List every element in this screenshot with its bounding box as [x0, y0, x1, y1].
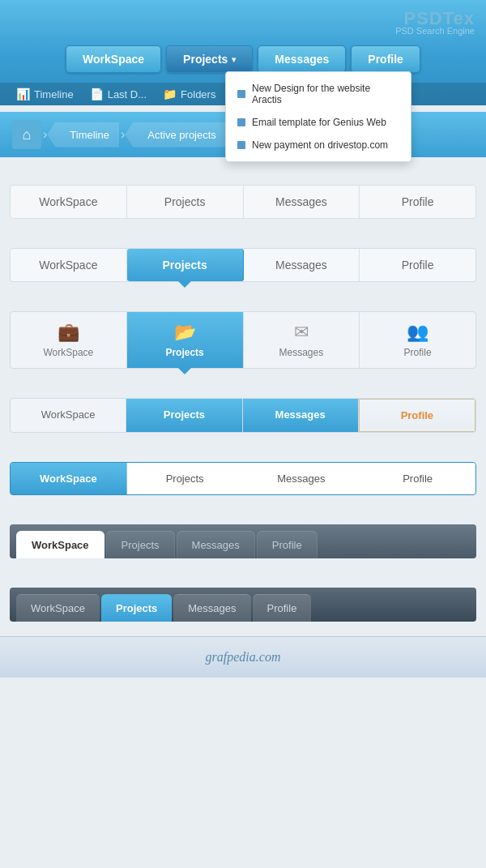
nav5-messages[interactable]: Messages — [244, 463, 360, 494]
dropdown-arrow-icon: ▾ — [232, 55, 236, 64]
nav-icon-tabs: 💼 WorkSpace 📂 Projects ✉ Messages 👥 Prof… — [10, 311, 476, 369]
projects-dropdown: New Design for the website Aractis Email… — [225, 71, 411, 162]
nav4-section: WorkSpace Projects Messages Profile — [0, 383, 486, 447]
nav2-projects[interactable]: Projects — [127, 249, 244, 281]
nav4-messages[interactable]: Messages — [243, 399, 359, 432]
nav7-workspace[interactable]: WorkSpace — [16, 594, 100, 622]
nav2-section: WorkSpace Projects Messages Profile — [0, 233, 486, 297]
users-icon: 👥 — [407, 322, 428, 343]
nav7-profile[interactable]: Profile — [253, 594, 312, 622]
secondary-folders[interactable]: 📁 Folders — [163, 88, 215, 100]
nav2-messages[interactable]: Messages — [244, 249, 360, 281]
breadcrumb-timeline[interactable]: Timeline — [47, 122, 119, 148]
nav-messages-button[interactable]: Messages — [258, 45, 346, 73]
nav3-workspace[interactable]: 💼 WorkSpace — [11, 312, 127, 368]
brand-subtitle: PSD Search Engine — [0, 26, 475, 36]
nav7-section: WorkSpace Projects Messages Profile — [0, 573, 486, 636]
nav3-profile[interactable]: 👥 Profile — [360, 312, 475, 368]
nav-dark-tabs: WorkSpace Projects Messages Profile — [10, 524, 476, 558]
nav5-section: WorkSpace Projects Messages Profile — [0, 447, 486, 510]
nav-profile-button[interactable]: Profile — [351, 45, 420, 73]
secondary-timeline[interactable]: 📊 Timeline — [16, 88, 74, 100]
flag-icon-2 — [237, 118, 245, 126]
nav3-section: 💼 WorkSpace 📂 Projects ✉ Messages 👥 Prof… — [0, 297, 486, 383]
doc-icon: 📄 — [90, 88, 104, 100]
secondary-lastdoc[interactable]: 📄 Last D... — [90, 88, 147, 100]
brand-area: PSDTex PSD Search Engine — [0, 8, 486, 39]
nav-workspace-button[interactable]: WorkSpace — [66, 45, 161, 73]
nav1-messages[interactable]: Messages — [244, 186, 360, 218]
folder-open-icon: 📂 — [174, 322, 196, 343]
flag-icon-3 — [237, 141, 245, 149]
nav4-projects[interactable]: Projects — [126, 399, 242, 432]
nav1-workspace[interactable]: WorkSpace — [11, 186, 127, 218]
chart-icon: 📊 — [16, 88, 30, 100]
nav-ws-blue-tabs: WorkSpace Projects Messages Profile — [10, 462, 476, 495]
footer-text: grafpedia.com — [206, 650, 281, 664]
envelope-icon: ✉ — [294, 322, 309, 343]
dropdown-item-1[interactable]: New Design for the website Aractis — [226, 77, 411, 111]
nav5-projects[interactable]: Projects — [127, 463, 244, 494]
nav-dark2-tabs: WorkSpace Projects Messages Profile — [10, 588, 476, 622]
nav-outlined-tabs: WorkSpace Projects Messages Profile — [10, 398, 476, 433]
nav6-projects[interactable]: Projects — [106, 531, 175, 558]
nav1-profile[interactable]: Profile — [360, 186, 475, 218]
nav2-workspace[interactable]: WorkSpace — [11, 249, 127, 281]
nav5-profile[interactable]: Profile — [360, 463, 475, 494]
briefcase-icon: 💼 — [58, 322, 79, 343]
nav4-profile[interactable]: Profile — [359, 399, 475, 432]
nav6-section: WorkSpace Projects Messages Profile — [0, 510, 486, 573]
nav5-workspace[interactable]: WorkSpace — [11, 463, 127, 494]
nav4-workspace[interactable]: WorkSpace — [11, 399, 126, 432]
dropdown-item-3[interactable]: New payment on drivestop.com — [226, 134, 411, 156]
nav-projects-button[interactable]: Projects ▾ — [166, 45, 253, 73]
breadcrumb-active-projects[interactable]: Active projects — [125, 122, 226, 148]
nav6-messages[interactable]: Messages — [177, 531, 255, 558]
nav6-profile[interactable]: Profile — [257, 531, 318, 558]
folder-icon: 📁 — [163, 88, 177, 100]
dropdown-item-2[interactable]: Email template for Genius Web — [226, 111, 411, 134]
flag-icon-1 — [237, 90, 245, 98]
nav1-section: WorkSpace Projects Messages Profile — [0, 170, 486, 233]
nav7-projects[interactable]: Projects — [101, 594, 172, 622]
nav6-workspace[interactable]: WorkSpace — [16, 531, 104, 558]
nav7-messages[interactable]: Messages — [173, 594, 250, 622]
nav3-projects[interactable]: 📂 Projects — [127, 312, 244, 368]
breadcrumb-sep-1: › — [43, 127, 47, 142]
top-nav-section: PSDTex PSD Search Engine WorkSpace Proje… — [0, 0, 486, 105]
home-icon[interactable]: ⌂ — [12, 120, 41, 149]
breadcrumb-sep-2: › — [121, 127, 125, 142]
footer: grafpedia.com — [0, 636, 486, 678]
nav1-projects[interactable]: Projects — [127, 186, 244, 218]
nav-simple: WorkSpace Projects Messages Profile — [10, 185, 476, 219]
nav2-profile[interactable]: Profile — [360, 249, 475, 281]
nav3-messages[interactable]: ✉ Messages — [244, 312, 360, 368]
